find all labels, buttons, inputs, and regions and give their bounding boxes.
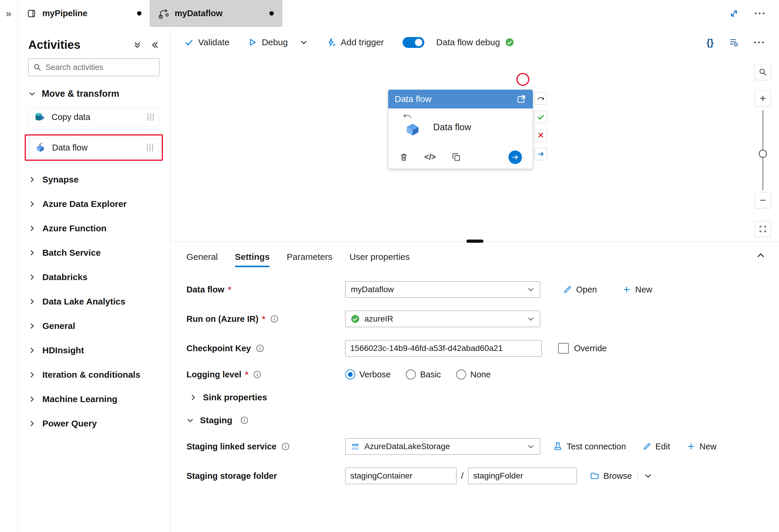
test-connection-link[interactable]: Test connection [553, 442, 626, 452]
search-activities-input[interactable] [46, 63, 155, 72]
fit-screen-button[interactable] [755, 221, 771, 237]
tab-general[interactable]: General [186, 252, 218, 267]
drag-handle[interactable] [147, 113, 154, 121]
tab-user-properties[interactable]: User properties [349, 252, 410, 267]
collapse-sidebar-icon[interactable] [151, 41, 160, 49]
collapse-all-icon[interactable] [133, 41, 142, 49]
info-icon [256, 344, 264, 352]
tab-mypipeline[interactable]: myPipeline [18, 0, 150, 27]
radio-button[interactable] [456, 370, 466, 380]
sidebar-section-data-lake-analytics[interactable]: Data Lake Analytics [28, 289, 160, 314]
staging-container-input[interactable] [345, 468, 457, 484]
sidebar-section-power-query[interactable]: Power Query [28, 411, 160, 436]
radio-button[interactable] [345, 370, 355, 380]
activity-copy-data[interactable]: Copy data [28, 107, 160, 127]
tab-settings[interactable]: Settings [235, 252, 269, 267]
redo-tile[interactable] [535, 92, 547, 105]
dataflow-highlight-box: Data flow [25, 134, 163, 161]
next-arrow-tile[interactable] [535, 148, 547, 160]
activity-search [28, 59, 160, 76]
field-data-flow: Data flow * myDataflow [186, 281, 779, 298]
node-header[interactable]: Data flow [388, 90, 533, 109]
dataflow-debug-toggle[interactable] [403, 37, 424, 48]
radio-button[interactable] [406, 370, 416, 380]
debug-dropdown-chevron[interactable] [300, 38, 308, 47]
sidebar-section-batch-service[interactable]: Batch Service [28, 241, 160, 265]
success-tile[interactable] [535, 111, 547, 123]
chevron-down-icon [527, 443, 535, 450]
node-status-column: ✕ [535, 92, 547, 167]
run-on-dropdown[interactable]: azureIR [345, 311, 540, 327]
dataflow-activity-node[interactable]: Data flow [388, 90, 533, 169]
canvas-more-button[interactable]: ··· [754, 37, 766, 48]
zoom-out-button[interactable]: − [755, 192, 771, 208]
sidebar-section-databricks[interactable]: Databricks [28, 265, 160, 289]
edit-linked-service-link[interactable]: Edit [643, 442, 670, 452]
override-checkbox-label[interactable]: Override [558, 343, 607, 353]
browse-dropdown-chevron[interactable] [644, 472, 652, 480]
pipeline-canvas[interactable]: Data flow [171, 58, 779, 242]
override-checkbox[interactable] [558, 343, 569, 353]
canvas-toolbar: Validate Debug Ad [171, 27, 779, 58]
validate-button[interactable]: Validate [185, 37, 229, 47]
settings-list-icon[interactable] [728, 37, 739, 48]
tab-parameters[interactable]: Parameters [287, 252, 332, 267]
debug-status-icon [505, 38, 514, 47]
expand-rail-icon[interactable]: » [0, 8, 17, 19]
new-dataflow-link[interactable]: New [622, 285, 652, 294]
delete-icon[interactable] [399, 152, 409, 162]
new-linked-service-link[interactable]: New [687, 442, 717, 452]
zoom-slider[interactable] [759, 110, 767, 191]
zoom-knob[interactable] [759, 150, 767, 158]
radio-basic[interactable]: Basic [406, 370, 441, 380]
more-options-button[interactable]: ··· [754, 8, 766, 19]
sidebar-section-general[interactable]: General [28, 314, 160, 338]
drag-handle[interactable] [147, 144, 153, 151]
sidebar-section-azure-function[interactable]: Azure Function [28, 216, 160, 241]
chevron-right-icon [28, 420, 36, 427]
dataflow-cube-icon [404, 121, 421, 138]
zoom-in-button[interactable]: + [755, 90, 771, 107]
code-icon[interactable]: </> [424, 152, 436, 162]
radio-none[interactable]: None [456, 370, 490, 380]
node-name: Data flow [433, 122, 471, 133]
clone-icon[interactable] [452, 152, 461, 162]
radio-verbose[interactable]: Verbose [345, 370, 391, 380]
data-flow-dropdown[interactable]: myDataflow [345, 281, 540, 298]
field-staging-storage-folder: Staging storage folder / Browse [186, 468, 779, 484]
activity-data-flow[interactable]: Data flow [29, 138, 159, 157]
code-view-button[interactable]: {} [706, 37, 714, 48]
checkpoint-key-input[interactable] [345, 340, 542, 356]
collapse-panel-icon[interactable] [756, 251, 766, 260]
node-footer: </> [388, 148, 533, 169]
expand-window-icon[interactable] [729, 8, 739, 18]
sidebar-section-iteration-conditionals[interactable]: Iteration & conditionals [28, 362, 160, 387]
field-staging-linked-service: Staging linked service [186, 438, 779, 455]
debug-button[interactable]: Debug [248, 37, 288, 47]
chevron-down-icon [28, 90, 36, 97]
pencil-icon [643, 442, 651, 451]
chevron-down-icon [527, 315, 535, 323]
fail-tile[interactable]: ✕ [535, 129, 547, 142]
tab-mydataflow[interactable]: myDataflow [150, 0, 282, 27]
chevron-right-icon [28, 249, 36, 257]
staging-linked-service-dropdown[interactable]: AzureDataLakeStorage [345, 438, 540, 455]
add-trigger-button[interactable]: Add trigger [327, 37, 384, 47]
sidebar-section-synapse[interactable]: Synapse [28, 167, 160, 192]
panel-resize-handle[interactable] [466, 240, 483, 243]
ir-status-icon [351, 315, 360, 323]
add-next-activity-button[interactable] [508, 150, 522, 164]
tab-label: myDataflow [175, 8, 223, 18]
open-dataflow-icon[interactable] [517, 94, 526, 104]
canvas-search-button[interactable] [755, 64, 771, 80]
sink-properties-toggle[interactable]: Sink properties [189, 392, 779, 402]
sidebar-section-hdinsight[interactable]: HDInsight [28, 338, 160, 362]
browse-link[interactable]: Browse [590, 471, 632, 481]
section-move-transform[interactable]: Move & transform [28, 88, 160, 99]
open-dataflow-link[interactable]: Open [563, 285, 597, 294]
settings-form: Data flow * myDataflow [186, 281, 779, 484]
sidebar-section-azure-data-explorer[interactable]: Azure Data Explorer [28, 192, 160, 216]
sidebar-section-machine-learning[interactable]: Machine Learning [28, 387, 160, 411]
staging-folder-input[interactable] [468, 468, 577, 484]
staging-toggle[interactable]: Staging [186, 415, 779, 425]
